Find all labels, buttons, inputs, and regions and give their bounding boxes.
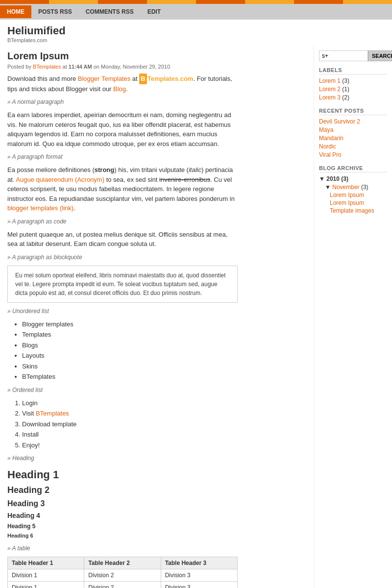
italic-text: italic xyxy=(189,166,201,173)
blockquote-box: Eu mei solum oporteat eleifend, libris n… xyxy=(7,266,238,303)
table-cell: Division 1 xyxy=(8,581,84,588)
list-item: Visit BTemplates xyxy=(22,409,238,418)
archive-post-link[interactable]: Lorem Ipsum xyxy=(330,199,364,206)
recent-post-link[interactable]: Nordic xyxy=(319,143,336,150)
label-item: Lorem 2 (1) xyxy=(319,86,387,93)
list-item: Install xyxy=(22,430,238,440)
label-item: Lorem 1 (3) xyxy=(319,77,387,84)
list-item: Download template xyxy=(22,419,238,429)
search-button[interactable]: SEARCH xyxy=(368,50,392,61)
recent-post-item: Devil Survivor 2 xyxy=(319,118,387,125)
post-1-meta: Posted by BTemplates at 11:44 AM on Mond… xyxy=(7,64,238,70)
normal-para-label: » A normal paragraph xyxy=(7,98,238,106)
heading-section: Heading 1 Heading 2 Heading 3 Heading 4 … xyxy=(7,466,238,540)
blog-table: Table Header 1 Table Header 2 Table Head… xyxy=(7,557,238,588)
heading-2: Heading 2 xyxy=(7,484,238,497)
heading-label: » Heading xyxy=(7,454,238,463)
table-header: Table Header 1 xyxy=(8,557,84,569)
table-cell: Division 3 xyxy=(161,581,237,588)
heading-5: Heading 5 xyxy=(7,522,238,531)
post-1-body: Download this and more Blogger Templates… xyxy=(7,74,238,588)
recent-post-link[interactable]: Devil Survivor 2 xyxy=(319,118,360,125)
archive-post-item: Lorem Ipsum xyxy=(330,192,387,198)
blogger-templates-link-1[interactable]: Blogger Templates xyxy=(78,75,130,82)
para-format-text: Ea posse meliore definitiones (strong) h… xyxy=(7,165,238,213)
archive-post-link[interactable]: Lorem Ipsum xyxy=(330,192,364,198)
recent-post-link[interactable]: Maya xyxy=(319,126,333,133)
search-input[interactable] xyxy=(319,50,368,61)
table-row: Division 1 Division 2 Division 3 xyxy=(8,581,238,588)
table-cell: Division 2 xyxy=(84,569,161,581)
para-format-label: » A paragraph format xyxy=(7,152,238,161)
list-item: Enjoy! xyxy=(22,441,238,450)
blog-subtitle: BTemplates.com xyxy=(7,37,385,43)
unordered-label: » Unordered list xyxy=(7,307,238,316)
archive-title: BLOG ARCHIVE xyxy=(319,165,387,172)
blog-link-1[interactable]: Blog xyxy=(113,85,126,93)
recent-post-link[interactable]: Viral Pro xyxy=(319,151,342,158)
unordered-list: Blogger templates Templates Blogs Layout… xyxy=(22,319,238,382)
heading-6: Heading 6 xyxy=(7,532,238,540)
table-header: Table Header 3 xyxy=(161,557,237,569)
nav-posts-rss[interactable]: POSTS RSS xyxy=(31,5,79,18)
archive-year[interactable]: ▼ 2010 (3) xyxy=(319,175,387,182)
blog-title: Heliumified xyxy=(7,24,385,37)
label-link-2[interactable]: Lorem 2 xyxy=(319,86,341,93)
nav-comments-rss[interactable]: COMMENTS RSS xyxy=(79,5,141,18)
nav-bar: HOME POSTS RSS COMMENTS RSS EDIT xyxy=(0,4,392,20)
blockquote-label: » A paragraph as blockquote xyxy=(7,253,238,262)
sidebar: SEARCH LABELS Lorem 1 (3) Lorem 2 (1) Lo… xyxy=(314,46,392,588)
table-header: Table Header 2 xyxy=(84,557,161,569)
recent-post-item: Maya xyxy=(319,126,387,133)
recent-post-link[interactable]: Mandarin xyxy=(319,135,343,142)
archive-post-item: Lorem Ipsum xyxy=(330,199,387,206)
normal-para-text: Ea earn labores imperdiet, apeirian demo… xyxy=(7,110,238,148)
sidebar-labels: LABELS Lorem 1 (3) Lorem 2 (1) Lorem 3 (… xyxy=(319,67,387,101)
label-link-3[interactable]: Lorem 3 xyxy=(319,94,341,101)
heading-4: Heading 4 xyxy=(7,511,238,521)
label-item: Lorem 3 (2) xyxy=(319,94,387,101)
acronym-link[interactable]: Augue quiaerendum (Acronym) xyxy=(16,176,104,183)
archive-post-link[interactable]: Template images xyxy=(330,207,374,214)
sidebar-archive: BLOG ARCHIVE ▼ 2010 (3) ▼ November (3) L… xyxy=(319,165,387,214)
sidebar-recent-posts: RECENT POSTS Devil Survivor 2 Maya Manda… xyxy=(319,108,387,158)
table-cell: Division 3 xyxy=(161,569,237,581)
label-link-1[interactable]: Lorem 1 xyxy=(319,77,341,84)
table-cell: Division 1 xyxy=(8,569,84,581)
table-row: Division 1 Division 2 Division 3 xyxy=(8,569,238,581)
search-box: SEARCH xyxy=(319,50,387,61)
btemplates-ordered-link[interactable]: BTemplates xyxy=(36,410,69,417)
list-item: BTemplates xyxy=(22,372,238,382)
recent-post-item: Mandarin xyxy=(319,135,387,142)
archive-post-item: Template images xyxy=(330,207,387,214)
heading-3: Heading 3 xyxy=(7,498,238,510)
list-item: Login xyxy=(22,398,238,408)
strong-text: strong xyxy=(95,166,114,173)
recent-posts-title: RECENT POSTS xyxy=(319,108,387,115)
ordered-list: Login Visit BTemplates Download template… xyxy=(22,398,238,450)
post-1-intro: Download this and more Blogger Templates… xyxy=(7,74,238,94)
heading-1: Heading 1 xyxy=(7,466,238,483)
para-code-label: » A paragraph as code xyxy=(7,217,238,226)
post-1-author-link[interactable]: BTemplates xyxy=(33,64,61,70)
content-area: Lorem Ipsum Posted by BTemplates at 11:4… xyxy=(0,46,245,588)
list-item: Templates xyxy=(22,330,238,340)
main-layout: Lorem Ipsum Posted by BTemplates at 11:4… xyxy=(0,46,392,588)
table-cell: Division 2 xyxy=(84,581,161,588)
archive-month: ▼ November (3) xyxy=(325,184,387,191)
list-item: Layouts xyxy=(22,351,238,361)
recent-post-item: Nordic xyxy=(319,143,387,150)
erroneous-text: invenire-erronibus xyxy=(159,176,210,183)
blogger-templates-italic-link[interactable]: blogger templates (link) xyxy=(7,204,74,212)
blog-header: Heliumified BTemplates.com xyxy=(0,20,392,46)
nav-home[interactable]: HOME xyxy=(0,5,31,18)
post-1: Lorem Ipsum Posted by BTemplates at 11:4… xyxy=(7,50,238,588)
table-label: » A table xyxy=(7,544,238,553)
archive-month-link[interactable]: November xyxy=(332,184,359,191)
recent-post-item: Viral Pro xyxy=(319,151,387,158)
ordered-label: » Ordered list xyxy=(7,386,238,394)
list-item: Blogger templates xyxy=(22,319,238,329)
nav-edit[interactable]: EDIT xyxy=(141,5,168,18)
list-item: Skins xyxy=(22,362,238,371)
post-1-title: Lorem Ipsum xyxy=(7,50,238,62)
